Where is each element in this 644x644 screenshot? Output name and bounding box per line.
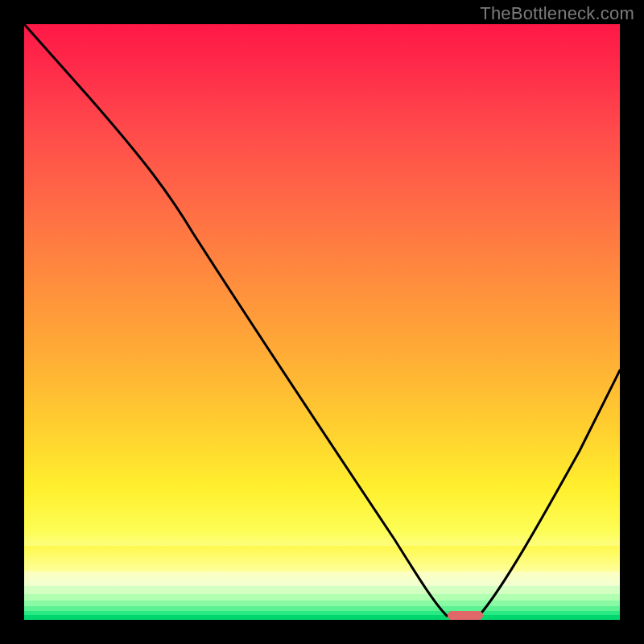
bottleneck-curve	[24, 24, 620, 620]
watermark-text: TheBottleneck.com	[480, 3, 634, 24]
chart-frame: TheBottleneck.com	[0, 0, 644, 644]
curve-path	[24, 24, 620, 616]
optimal-marker	[448, 611, 483, 620]
plot-area	[24, 24, 620, 620]
